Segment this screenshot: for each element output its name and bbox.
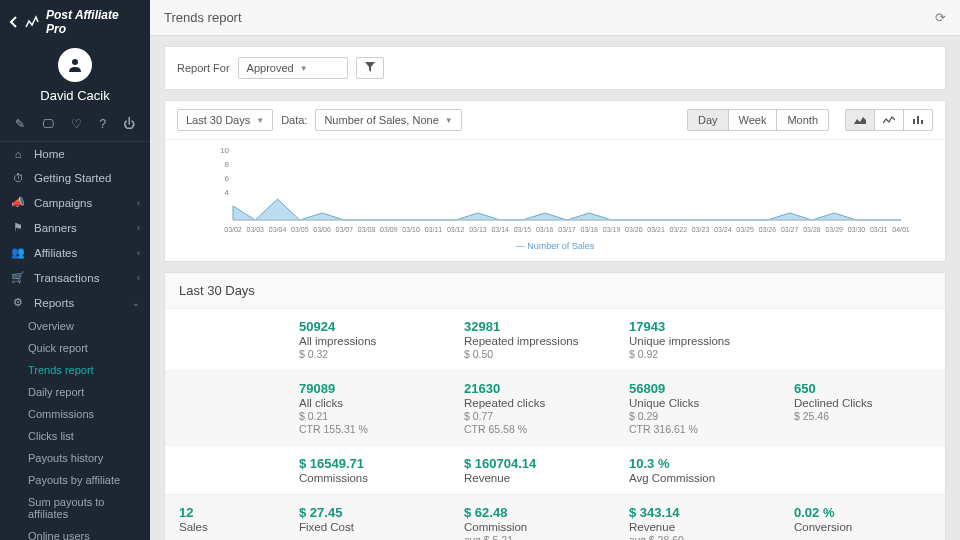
stat-sub: $ 0.21 bbox=[299, 410, 436, 422]
stat-label: Repeated impressions bbox=[464, 335, 601, 347]
svg-text:03/07: 03/07 bbox=[336, 226, 354, 233]
svg-text:03/06: 03/06 bbox=[313, 226, 331, 233]
nav-icon: ⚑ bbox=[10, 221, 26, 234]
area-chart-icon[interactable] bbox=[846, 110, 875, 130]
help-icon[interactable]: ? bbox=[99, 117, 106, 131]
nav-item-getting-started[interactable]: ⏱Getting Started bbox=[0, 166, 150, 190]
tool-row: ✎ 🖵 ♡ ? ⏻ bbox=[0, 111, 150, 142]
chevron-left-icon: ‹ bbox=[137, 248, 140, 258]
stat-value: 50924 bbox=[299, 319, 436, 334]
edit-icon[interactable]: ✎ bbox=[15, 117, 25, 131]
sidebar: Post Affiliate Pro David Cacik ✎ 🖵 ♡ ? ⏻… bbox=[0, 0, 150, 540]
svg-text:03/11: 03/11 bbox=[425, 226, 443, 233]
stat-cell: $ 16549.71Commissions bbox=[285, 446, 450, 494]
stat-value: $ 62.48 bbox=[464, 505, 601, 520]
svg-rect-2 bbox=[917, 116, 919, 124]
segment-month[interactable]: Month bbox=[777, 110, 828, 130]
stat-cell: 21630Repeated clicks$ 0.77CTR 65.58 % bbox=[450, 371, 615, 445]
topbar: Trends report ⟳ bbox=[150, 0, 960, 36]
nav-item-transactions[interactable]: 🛒Transactions‹ bbox=[0, 265, 150, 290]
subnav-clicks-list[interactable]: Clicks list bbox=[0, 425, 150, 447]
nav-label: Reports bbox=[34, 297, 74, 309]
segment-week[interactable]: Week bbox=[729, 110, 778, 130]
nav-icon: ⏱ bbox=[10, 172, 26, 184]
svg-text:03/04: 03/04 bbox=[269, 226, 287, 233]
subnav-quick-report[interactable]: Quick report bbox=[0, 337, 150, 359]
svg-text:10: 10 bbox=[220, 146, 229, 155]
refresh-icon[interactable]: ⟳ bbox=[935, 10, 946, 25]
svg-rect-1 bbox=[913, 119, 915, 124]
nav-label: Banners bbox=[34, 222, 77, 234]
filter-select[interactable]: Approved ▼ bbox=[238, 57, 348, 79]
data-select[interactable]: Number of Sales, None ▼ bbox=[315, 109, 461, 131]
subnav-commissions[interactable]: Commissions bbox=[0, 403, 150, 425]
stat-sub: CTR 65.58 % bbox=[464, 423, 601, 435]
svg-text:03/21: 03/21 bbox=[647, 226, 665, 233]
chevron-down-icon: ▼ bbox=[300, 64, 308, 73]
stat-label: Fixed Cost bbox=[299, 521, 436, 533]
subnav-online-users[interactable]: Online users bbox=[0, 525, 150, 540]
stat-value: $ 27.45 bbox=[299, 505, 436, 520]
chart-area: 4681003/0203/0303/0403/0503/0603/0703/08… bbox=[165, 140, 945, 261]
chart-legend-label: Number of Sales bbox=[527, 241, 594, 251]
subnav-trends-report[interactable]: Trends report bbox=[0, 359, 150, 381]
filter-button[interactable] bbox=[356, 57, 384, 79]
svg-text:03/22: 03/22 bbox=[670, 226, 688, 233]
back-icon[interactable] bbox=[8, 15, 18, 29]
stat-cell: $ 160704.14Revenue bbox=[450, 446, 615, 494]
nav-icon: ⚙ bbox=[10, 296, 26, 309]
line-chart-icon[interactable] bbox=[875, 110, 904, 130]
heart-icon[interactable]: ♡ bbox=[71, 117, 82, 131]
stat-cell bbox=[165, 446, 285, 494]
nav-label: Campaigns bbox=[34, 197, 92, 209]
stat-cell: 50924All impressions$ 0.32 bbox=[285, 309, 450, 370]
stat-cell: 10.3 %Avg Commission bbox=[615, 446, 780, 494]
chevron-left-icon: ‹ bbox=[137, 198, 140, 208]
svg-text:03/19: 03/19 bbox=[603, 226, 621, 233]
svg-text:03/31: 03/31 bbox=[870, 226, 888, 233]
chart-toolbar: Last 30 Days ▼ Data: Number of Sales, No… bbox=[165, 101, 945, 140]
stat-cell: 56809Unique Clicks$ 0.29CTR 316.61 % bbox=[615, 371, 780, 445]
trends-chart: 4681003/0203/0303/0403/0503/0603/0703/08… bbox=[183, 146, 927, 236]
chevron-left-icon: ‹ bbox=[137, 273, 140, 283]
svg-text:03/10: 03/10 bbox=[402, 226, 420, 233]
nav-item-campaigns[interactable]: 📣Campaigns‹ bbox=[0, 190, 150, 215]
range-select[interactable]: Last 30 Days ▼ bbox=[177, 109, 273, 131]
subnav-overview[interactable]: Overview bbox=[0, 315, 150, 337]
segment-day[interactable]: Day bbox=[688, 110, 729, 130]
nav-label: Getting Started bbox=[34, 172, 111, 184]
stat-label: Unique Clicks bbox=[629, 397, 766, 409]
svg-text:03/05: 03/05 bbox=[291, 226, 309, 233]
svg-text:04/01: 04/01 bbox=[892, 226, 910, 233]
power-icon[interactable]: ⏻ bbox=[123, 117, 135, 131]
bar-chart-icon[interactable] bbox=[904, 110, 932, 130]
svg-text:03/12: 03/12 bbox=[447, 226, 465, 233]
avatar[interactable] bbox=[58, 48, 92, 82]
stat-cell: $ 343.14Revenueavg $ 28.60 bbox=[615, 495, 780, 540]
subnav-payouts-by-affiliate[interactable]: Payouts by affiliate bbox=[0, 469, 150, 491]
subnav-payouts-history[interactable]: Payouts history bbox=[0, 447, 150, 469]
chart-panel: Last 30 Days ▼ Data: Number of Sales, No… bbox=[164, 100, 946, 262]
svg-text:03/15: 03/15 bbox=[514, 226, 532, 233]
stat-cell: $ 62.48Commissionavg $ 5.21 bbox=[450, 495, 615, 540]
nav-item-banners[interactable]: ⚑Banners‹ bbox=[0, 215, 150, 240]
svg-text:03/09: 03/09 bbox=[380, 226, 398, 233]
nav-item-affiliates[interactable]: 👥Affiliates‹ bbox=[0, 240, 150, 265]
svg-text:03/02: 03/02 bbox=[224, 226, 242, 233]
desktop-icon[interactable]: 🖵 bbox=[42, 117, 54, 131]
stat-cell bbox=[165, 371, 285, 445]
nav-item-home[interactable]: ⌂Home bbox=[0, 142, 150, 166]
stat-label: Revenue bbox=[629, 521, 766, 533]
nav-label: Affiliates bbox=[34, 247, 77, 259]
stat-sub: $ 0.29 bbox=[629, 410, 766, 422]
svg-text:03/23: 03/23 bbox=[692, 226, 710, 233]
chart-type-icons bbox=[845, 109, 933, 131]
stat-sub: avg $ 5.21 bbox=[464, 534, 601, 540]
nav-item-reports[interactable]: ⚙Reports⌄ bbox=[0, 290, 150, 315]
brand-header: Post Affiliate Pro bbox=[0, 0, 150, 40]
svg-text:03/17: 03/17 bbox=[558, 226, 576, 233]
stat-cell: $ 27.45Fixed Cost bbox=[285, 495, 450, 540]
svg-text:03/28: 03/28 bbox=[803, 226, 821, 233]
subnav-sum-payouts-to-affiliates[interactable]: Sum payouts to affiliates bbox=[0, 491, 150, 525]
subnav-daily-report[interactable]: Daily report bbox=[0, 381, 150, 403]
